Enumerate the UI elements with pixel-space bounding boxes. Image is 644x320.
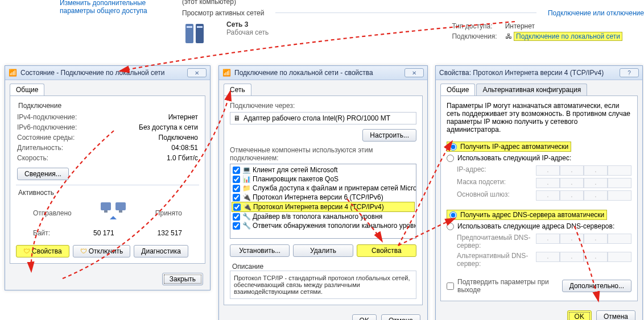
- svg-rect-6: [104, 210, 108, 213]
- ipv4-value: Интернет: [168, 113, 198, 121]
- shield-icon: 🛡: [23, 247, 30, 255]
- list-item: 💻Клиент для сетей Microsoft: [232, 165, 415, 174]
- this-computer-label: (этот компьютер): [182, 0, 644, 6]
- network-name: Сеть 3: [226, 20, 269, 28]
- item-properties-button[interactable]: Свойства: [357, 244, 416, 257]
- components-listbox[interactable]: 💻Клиент для сетей Microsoft 📊Планировщик…: [230, 164, 416, 239]
- close-dialog-button[interactable]: Закрыть: [162, 273, 203, 285]
- dialog-title: Состояние - Подключение по локальной сет…: [20, 69, 165, 77]
- duration-value: 04:08:51: [171, 144, 198, 152]
- adapter-name: Адаптер рабочего стола Intel(R) PRO/1000…: [243, 114, 390, 122]
- obtain-ip-auto-label: Получить IP-адрес автоматически: [460, 143, 568, 151]
- network-adapter-icon: 🖧: [505, 32, 512, 40]
- install-button[interactable]: Установить...: [230, 244, 290, 257]
- subnet-mask-input: ...: [536, 178, 631, 188]
- item-checkbox[interactable]: [233, 176, 240, 183]
- speed-label: Скорость:: [17, 154, 48, 162]
- list-item: 📁Служба доступа к файлам и принтерам сет…: [232, 184, 415, 193]
- close-button[interactable]: ✕: [187, 68, 207, 77]
- ip-address-input: ...: [536, 165, 631, 176]
- tab-general[interactable]: Общие: [440, 84, 475, 95]
- sent-label: Отправлено: [33, 209, 72, 217]
- pref-dns-input: ...: [536, 234, 631, 250]
- svg-rect-3: [197, 26, 203, 28]
- item-checkbox[interactable]: [233, 222, 240, 230]
- protocol-icon: 🔌: [242, 193, 250, 201]
- bytes-label: Байт:: [33, 229, 50, 237]
- components-label: Отмеченные компоненты используются этим …: [230, 146, 416, 162]
- alt-dns-input: ...: [536, 252, 631, 268]
- obtain-ip-auto-radio[interactable]: [449, 143, 457, 151]
- bytes-sent-value: 50 171: [93, 229, 114, 237]
- use-following-ip-label: Использовать следующий IP-адрес:: [457, 154, 571, 162]
- ok-button[interactable]: OK: [352, 314, 377, 320]
- subnet-mask-label: Маска подсети:: [457, 178, 536, 188]
- ipv4-properties-dialog: Свойства: Протокол Интернета версии 4 (T…: [435, 65, 643, 320]
- received-label: Принято: [155, 209, 182, 217]
- item-checkbox[interactable]: [233, 213, 240, 221]
- list-item-ipv4: 🔌Протокол Интернета версии 4 (TCP/IPv4): [232, 202, 415, 212]
- description-label: Описание: [230, 263, 416, 271]
- component-icon: 📁: [242, 184, 250, 192]
- tab-network[interactable]: Сеть: [224, 84, 251, 95]
- diagnose-button[interactable]: Диагностика: [134, 245, 188, 257]
- details-button[interactable]: Сведения...: [17, 168, 69, 180]
- list-item: 🔧Драйвер в/в тополога канального уровня: [232, 212, 415, 221]
- connect-using-label: Подключение через:: [230, 102, 416, 110]
- media-state-value: Подключено: [159, 134, 198, 142]
- cancel-button[interactable]: Отмена: [381, 314, 420, 320]
- activity-group-label: Активность: [16, 189, 199, 197]
- properties-button[interactable]: 🛡Свойства: [16, 245, 69, 257]
- network-bars-icon: 📶: [9, 69, 17, 77]
- responder-icon: 🔧: [242, 222, 250, 230]
- validate-on-exit-label: Подтвердить параметры при выходе: [457, 278, 559, 294]
- use-following-dns-label: Использовать следующие адреса DNS-сервер…: [457, 222, 614, 230]
- advanced-button[interactable]: Дополнительно...: [562, 280, 631, 292]
- item-checkbox[interactable]: [233, 185, 240, 192]
- configure-button[interactable]: Настроить...: [362, 129, 416, 142]
- ipv6-label: IPv6-подключение:: [17, 123, 77, 131]
- item-checkbox[interactable]: [233, 167, 240, 174]
- svg-rect-2: [187, 26, 192, 28]
- use-following-dns-radio[interactable]: [447, 223, 454, 230]
- component-icon: 📊: [242, 175, 250, 183]
- validate-on-exit-checkbox[interactable]: [447, 282, 454, 290]
- use-following-ip-radio[interactable]: [447, 155, 454, 162]
- uninstall-button[interactable]: Удалить: [293, 244, 353, 257]
- description-text: Протокол TCP/IP - стандартный протокол г…: [230, 271, 416, 299]
- nic-icon: 🖥: [233, 114, 240, 122]
- svg-rect-5: [115, 202, 126, 210]
- cancel-button[interactable]: Отмена: [596, 310, 635, 320]
- adapter-box: 🖥 Адаптер рабочего стола Intel(R) PRO/10…: [230, 112, 416, 124]
- activity-icon: [98, 200, 128, 226]
- component-icon: 💻: [242, 166, 250, 174]
- item-checkbox[interactable]: [233, 203, 241, 211]
- ok-button[interactable]: OK: [567, 310, 592, 320]
- obtain-dns-auto-radio[interactable]: [449, 211, 457, 219]
- help-button[interactable]: ?: [620, 68, 639, 77]
- gateway-input: ...: [536, 190, 631, 201]
- pref-dns-label: Предпочитаемый DNS-сервер:: [457, 234, 536, 250]
- item-checkbox[interactable]: [233, 194, 240, 201]
- intro-text: Параметры IP могут назначаться автоматич…: [447, 102, 631, 134]
- protocol-icon: 🔌: [243, 203, 251, 211]
- svg-rect-7: [119, 210, 122, 213]
- bytes-received-value: 132 517: [158, 229, 182, 237]
- speed-value: 1.0 Гбит/с: [167, 154, 198, 162]
- close-button[interactable]: ✕: [404, 68, 424, 77]
- connect-disconnect-link[interactable]: Подключение или отключение: [548, 9, 644, 17]
- svg-rect-4: [101, 202, 111, 210]
- connection-link[interactable]: Подключение по локальной сети: [514, 32, 622, 41]
- list-item: 📊Планировщик пакетов QoS: [232, 174, 415, 184]
- network-type-link[interactable]: Рабочая сеть: [226, 28, 269, 36]
- network-center-panel: Изменить дополнительные параметры общего…: [0, 0, 644, 49]
- list-item: 🔌Протокол Интернета версии 6 (TCP/IPv6): [232, 193, 415, 202]
- network-icon: [182, 20, 209, 49]
- tab-alternative[interactable]: Альтернативная конфигурация: [476, 84, 587, 95]
- alt-dns-label: Альтернативный DNS-сервер:: [457, 252, 536, 268]
- access-type-value: Интернет: [502, 22, 626, 31]
- ipv6-value: Без доступа к сети: [139, 123, 198, 131]
- disable-button[interactable]: 🛡Отключить: [73, 245, 131, 257]
- tab-general[interactable]: Общие: [10, 84, 44, 95]
- change-sharing-settings-link[interactable]: Изменить дополнительные параметры общего…: [60, 0, 162, 15]
